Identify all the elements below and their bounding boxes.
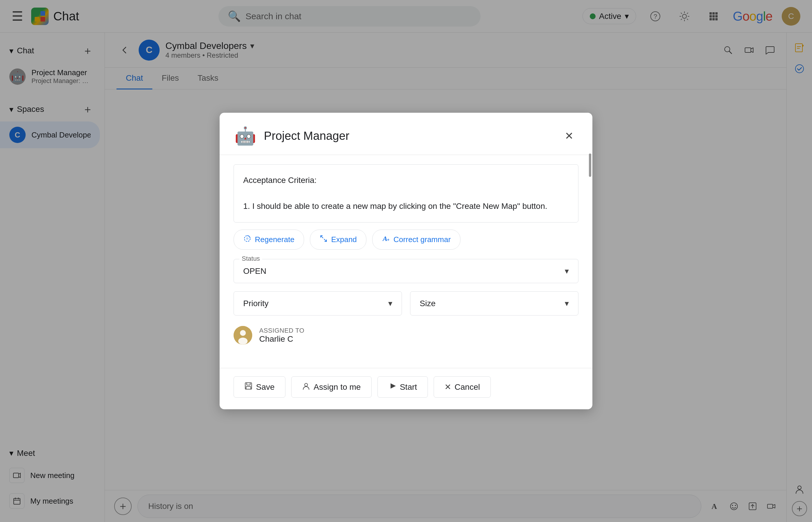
modal-dialog: 🤖 Project Manager ✕ Acceptance Criteria:…	[220, 113, 592, 409]
assigned-avatar	[234, 326, 252, 345]
svg-point-34	[240, 330, 246, 336]
modal-textarea[interactable]: Acceptance Criteria: 1. I should be able…	[234, 164, 578, 223]
svg-rect-37	[247, 383, 250, 385]
status-chevron-icon: ▾	[565, 266, 569, 276]
priority-label: Priority	[243, 299, 268, 308]
save-icon	[244, 382, 252, 392]
svg-point-35	[238, 338, 247, 345]
assign-to-me-button[interactable]: Assign to me	[291, 376, 372, 398]
modal-actions: Save Assign to me Start	[220, 368, 592, 409]
modal-bot-icon: 🤖	[234, 124, 257, 148]
priority-chevron-icon: ▾	[388, 299, 392, 308]
svg-text:A: A	[382, 235, 387, 242]
save-button[interactable]: Save	[234, 376, 285, 398]
modal-overlay: 🤖 Project Manager ✕ Acceptance Criteria:…	[0, 0, 812, 522]
modal-header: 🤖 Project Manager ✕	[220, 113, 592, 155]
correct-grammar-icon: A	[382, 235, 390, 245]
expand-button[interactable]: Expand	[310, 229, 366, 249]
assign-to-me-label: Assign to me	[314, 382, 361, 392]
regenerate-label: Regenerate	[255, 235, 295, 244]
expand-label: Expand	[331, 235, 357, 244]
status-select[interactable]: OPEN ▾	[234, 259, 578, 283]
expand-icon	[320, 235, 328, 245]
modal-scrollbar[interactable]	[589, 154, 591, 380]
assign-icon	[302, 382, 310, 392]
assigned-info: ASSIGNED TO Charlie C	[259, 327, 304, 344]
textarea-content: Acceptance Criteria: 1. I should be able…	[243, 174, 569, 213]
svg-point-39	[305, 383, 308, 386]
status-value: OPEN	[243, 266, 266, 276]
assigned-to-label: ASSIGNED TO	[259, 327, 304, 335]
assigned-to-section: ASSIGNED TO Charlie C	[234, 324, 578, 347]
cancel-label: Cancel	[455, 382, 480, 392]
size-label: Size	[420, 299, 435, 308]
svg-point-31	[246, 237, 248, 240]
modal-close-button[interactable]: ✕	[560, 127, 578, 145]
priority-size-row: Priority ▾ Size ▾	[234, 291, 578, 316]
regenerate-button[interactable]: Regenerate	[234, 229, 304, 249]
status-label: Status	[239, 255, 262, 262]
modal-scrollbar-thumb	[589, 154, 591, 177]
priority-field: Priority ▾	[234, 291, 402, 316]
priority-select[interactable]: Priority ▾	[234, 291, 402, 316]
correct-grammar-label: Correct grammar	[393, 235, 450, 244]
cancel-icon: ✕	[444, 382, 451, 392]
regenerate-icon	[243, 235, 251, 245]
svg-rect-38	[246, 386, 251, 389]
cancel-button[interactable]: ✕ Cancel	[434, 376, 491, 398]
save-label: Save	[256, 382, 275, 392]
ai-buttons: Regenerate Expand A	[234, 229, 578, 249]
modal-body: Acceptance Criteria: 1. I should be able…	[220, 155, 592, 368]
start-label: Start	[400, 382, 417, 392]
size-chevron-icon: ▾	[565, 299, 569, 308]
start-icon	[388, 382, 397, 392]
size-select[interactable]: Size ▾	[410, 291, 578, 316]
start-button[interactable]: Start	[378, 376, 428, 398]
correct-grammar-button[interactable]: A Correct grammar	[372, 229, 460, 249]
assigned-name: Charlie C	[259, 335, 304, 344]
modal-title: Project Manager	[264, 129, 553, 142]
status-field: Status OPEN ▾	[234, 259, 578, 283]
size-field: Size ▾	[410, 291, 578, 316]
